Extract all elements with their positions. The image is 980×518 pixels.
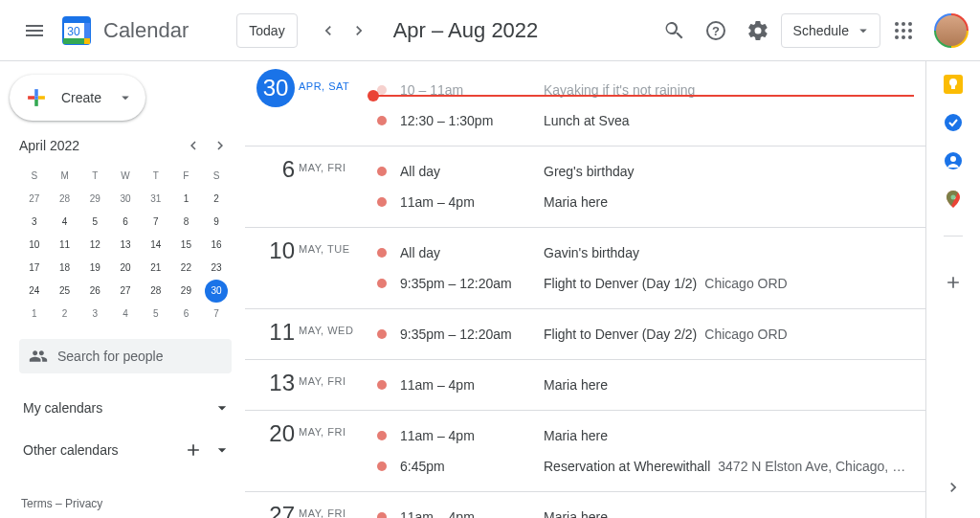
mini-cal-day[interactable]: 10 (19, 234, 50, 257)
terms-link[interactable]: Terms (21, 497, 53, 510)
google-apps-button[interactable] (884, 11, 923, 50)
day-date[interactable]: 13 (245, 370, 299, 400)
mini-cal-day[interactable]: 16 (201, 234, 232, 257)
add-other-calendar-button[interactable] (182, 439, 205, 462)
prev-period-button[interactable] (313, 15, 344, 46)
mini-cal-day[interactable]: 2 (50, 303, 80, 326)
mini-cal-day[interactable]: 22 (171, 257, 202, 280)
schedule-list[interactable]: 30APR, SAT10 – 11amKayaking if it's not … (245, 61, 926, 518)
mini-cal-day[interactable]: 6 (171, 303, 202, 326)
event-row[interactable]: 9:35pm – 12:20amFlight to Denver (Day 2/… (373, 319, 925, 349)
mini-cal-dow: F (171, 165, 202, 188)
hide-sidepanel-button[interactable] (934, 468, 972, 507)
mini-cal-day[interactable]: 3 (79, 303, 110, 326)
event-row[interactable]: All dayGavin's birthday (373, 237, 925, 268)
mini-next-button[interactable] (209, 134, 232, 157)
mini-cal-day[interactable]: 17 (19, 257, 50, 280)
event-row[interactable]: All dayGreg's birthday (373, 156, 925, 187)
svg-rect-17 (34, 96, 38, 100)
mini-cal-day[interactable]: 1 (19, 303, 50, 326)
event-row[interactable]: 11am – 4pmMaria here (373, 420, 925, 451)
mini-cal-day[interactable]: 3 (19, 211, 50, 234)
search-people-input[interactable]: Search for people (19, 339, 232, 373)
mini-cal-day[interactable]: 28 (141, 280, 171, 303)
today-button[interactable]: Today (236, 13, 297, 48)
mini-cal-day[interactable]: 1 (171, 188, 202, 211)
mini-cal-day[interactable]: 8 (171, 211, 202, 234)
side-panel (926, 61, 980, 518)
event-color-dot (377, 512, 387, 518)
mini-cal-day[interactable]: 4 (110, 303, 141, 326)
support-button[interactable]: ? (697, 11, 735, 50)
mini-cal-day[interactable]: 2 (201, 188, 232, 211)
mini-cal-day[interactable]: 21 (141, 257, 171, 280)
mini-cal-day[interactable]: 13 (110, 234, 141, 257)
next-period-button[interactable] (344, 15, 374, 46)
mini-cal-day[interactable]: 14 (141, 234, 171, 257)
search-button[interactable] (655, 11, 693, 50)
mini-cal-day[interactable]: 5 (79, 211, 110, 234)
plus-multicolor-icon (21, 82, 52, 113)
mini-cal-day[interactable]: 15 (171, 234, 202, 257)
event-location: Chicago ORD (704, 327, 787, 342)
svg-point-11 (895, 29, 899, 33)
mini-cal-day[interactable]: 7 (141, 211, 171, 234)
tasks-app-button[interactable] (944, 113, 963, 132)
event-row[interactable]: 9:35pm – 12:20amFlight to Denver (Day 1/… (373, 268, 925, 299)
keep-app-button[interactable] (944, 75, 963, 94)
view-selector[interactable]: Schedule (781, 13, 880, 48)
create-button[interactable]: Create (10, 75, 145, 121)
tasks-icon (944, 113, 963, 132)
mini-cal-day[interactable]: 18 (50, 257, 80, 280)
chevron-left-icon (319, 21, 338, 40)
mini-cal-day[interactable]: 4 (50, 211, 80, 234)
mini-cal-day[interactable]: 28 (50, 188, 80, 211)
day-date[interactable]: 20 (245, 420, 299, 482)
mini-cal-day[interactable]: 11 (50, 234, 80, 257)
mini-cal-day[interactable]: 6 (110, 211, 141, 234)
contacts-app-button[interactable] (944, 151, 963, 170)
mini-cal-day[interactable]: 20 (110, 257, 141, 280)
mini-cal-day[interactable]: 5 (141, 303, 171, 326)
event-row[interactable]: 11am – 4pmMaria here (373, 187, 925, 217)
event-row[interactable]: 11am – 4pmMaria here (373, 502, 925, 518)
mini-cal-day[interactable]: 27 (19, 188, 50, 211)
mini-cal-day[interactable]: 7 (201, 303, 232, 326)
event-row[interactable]: 10 – 11amKayaking if it's not raining (373, 75, 925, 105)
privacy-link[interactable]: Privacy (65, 497, 102, 510)
mini-cal-day[interactable]: 27 (110, 280, 141, 303)
day-date[interactable]: 27 (245, 502, 299, 518)
day-date[interactable]: 10 (245, 237, 299, 299)
mini-cal-day[interactable]: 25 (50, 280, 80, 303)
maps-app-button[interactable] (944, 190, 963, 209)
chevron-down-icon (212, 440, 232, 460)
day-date[interactable]: 6 (245, 156, 299, 217)
calendar-logo-icon: 30 (57, 11, 96, 50)
search-people-placeholder: Search for people (57, 349, 164, 364)
mini-cal-day[interactable]: 9 (201, 211, 232, 234)
mini-cal-day[interactable]: 12 (79, 234, 110, 257)
contacts-icon (944, 151, 963, 170)
day-date[interactable]: 11 (245, 319, 299, 349)
mini-cal-day[interactable]: 23 (201, 257, 232, 280)
my-calendars-toggle[interactable]: My calendars (0, 391, 245, 425)
account-avatar[interactable] (934, 13, 969, 48)
main-menu-button[interactable] (11, 8, 57, 54)
get-addons-button[interactable] (934, 263, 972, 302)
mini-cal-day[interactable]: 26 (79, 280, 110, 303)
event-color-dot (377, 431, 387, 440)
event-row[interactable]: 11am – 4pmMaria here (373, 370, 925, 400)
event-row[interactable]: 12:30 – 1:30pmLunch at Svea (373, 105, 925, 136)
mini-cal-day[interactable]: 24 (19, 280, 50, 303)
other-calendars-toggle[interactable]: Other calendars (0, 433, 245, 467)
mini-cal-day[interactable]: 31 (141, 188, 171, 211)
mini-cal-day[interactable]: 30 (110, 188, 141, 211)
event-row[interactable]: 6:45pmReservation at Wherewithall3472 N … (373, 451, 925, 482)
mini-cal-day[interactable]: 19 (79, 257, 110, 280)
mini-prev-button[interactable] (182, 134, 205, 157)
day-date[interactable]: 30 (245, 75, 299, 136)
mini-cal-day[interactable]: 29 (79, 188, 110, 211)
mini-cal-day[interactable]: 30 (205, 280, 228, 303)
mini-cal-day[interactable]: 29 (171, 280, 202, 303)
settings-button[interactable] (739, 11, 777, 50)
